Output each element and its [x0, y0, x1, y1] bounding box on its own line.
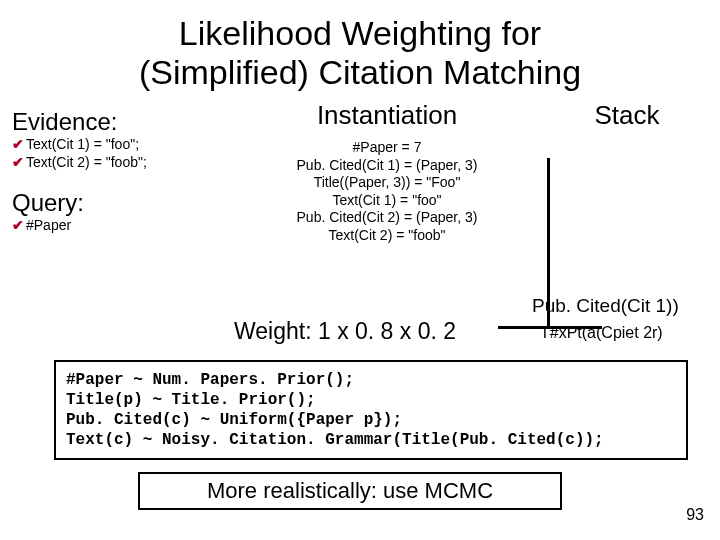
- inst-line-6: Text(Cit 2) = "foob": [232, 227, 542, 245]
- page-number: 93: [686, 506, 704, 524]
- middle-column: Instantiation #Paper = 7 Pub. Cited(Cit …: [232, 100, 542, 244]
- code-line-2: Title(p) ~ Title. Prior();: [66, 390, 676, 410]
- title-line-2: (Simplified) Citation Matching: [139, 53, 581, 91]
- slide-title: Likelihood Weighting for (Simplified) Ci…: [0, 0, 720, 92]
- left-column: Evidence: ✔Text(Cit 1) = "foo"; ✔Text(Ci…: [0, 100, 232, 244]
- check-icon: ✔: [12, 154, 24, 172]
- inst-line-4: Text(Cit 1) = "foo": [232, 192, 542, 210]
- inst-line-5: Pub. Cited(Cit 2) = (Paper, 3): [232, 209, 542, 227]
- query-item: ✔#Paper: [12, 217, 232, 235]
- evidence-header: Evidence:: [12, 108, 232, 136]
- query-header: Query:: [12, 189, 232, 217]
- check-icon: ✔: [12, 136, 24, 154]
- columns: Evidence: ✔Text(Cit 1) = "foo"; ✔Text(Ci…: [0, 100, 720, 244]
- evidence-text-1: Text(Cit 1) = "foo";: [26, 136, 139, 152]
- stack-overlay-text: Pub. Cited(Cit 1)): [532, 295, 692, 317]
- evidence-text-2: Text(Cit 2) = "foob";: [26, 154, 147, 170]
- code-line-4: Text(c) ~ Noisy. Citation. Grammar(Title…: [66, 430, 676, 450]
- model-code-box: #Paper ~ Num. Papers. Prior(); Title(p) …: [54, 360, 688, 460]
- evidence-item-2: ✔Text(Cit 2) = "foob";: [12, 154, 232, 172]
- instantiation-list: #Paper = 7 Pub. Cited(Cit 1) = (Paper, 3…: [232, 139, 542, 244]
- stack-header: Stack: [542, 100, 712, 131]
- mcmc-note-box: More realistically: use MCMC: [138, 472, 562, 510]
- code-line-1: #Paper ~ Num. Papers. Prior();: [66, 370, 676, 390]
- check-icon: ✔: [12, 217, 24, 235]
- right-column: Stack: [542, 100, 712, 244]
- code-line-3: Pub. Cited(c) ~ Uniform({Paper p});: [66, 410, 676, 430]
- instantiation-header: Instantiation: [232, 100, 542, 131]
- inst-line-2: Pub. Cited(Cit 1) = (Paper, 3): [232, 157, 542, 175]
- weight-text: Weight: 1 x 0. 8 x 0. 2: [234, 318, 456, 345]
- query-text: #Paper: [26, 217, 71, 233]
- evidence-item-1: ✔Text(Cit 1) = "foo";: [12, 136, 232, 154]
- weight-note: T#xPt(a(Cpiet 2r): [540, 324, 690, 342]
- title-line-1: Likelihood Weighting for: [179, 14, 541, 52]
- inst-line-3: Title((Paper, 3)) = "Foo": [232, 174, 542, 192]
- inst-line-1: #Paper = 7: [232, 139, 542, 157]
